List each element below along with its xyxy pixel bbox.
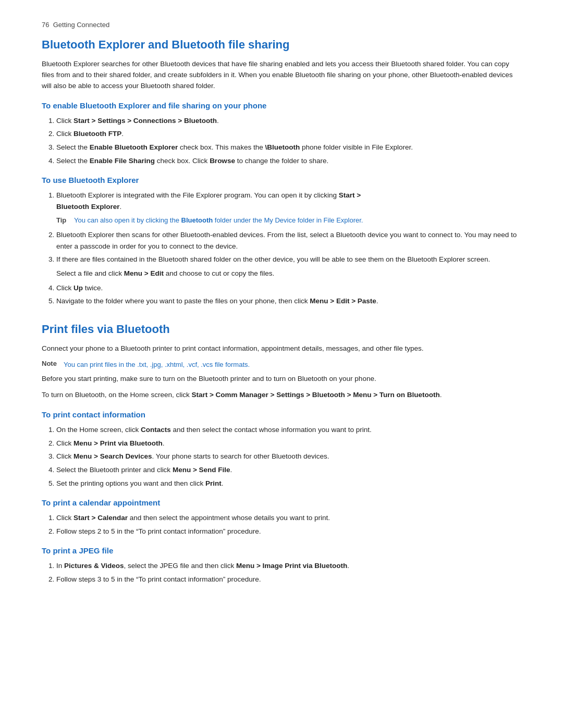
calendar-steps-list: Click Start > Calendar and then select t… [56, 512, 521, 537]
jpeg-step-1: In Pictures & Videos, select the JPEG fi… [56, 560, 521, 572]
contact-step-5: Set the printing options you want and th… [56, 478, 521, 489]
note-text: You can print files in the .txt, .jpg, .… [64, 360, 250, 370]
contact-steps-list: On the Home screen, click Contacts and t… [56, 424, 521, 489]
enable-steps-list: Click Start > Settings > Connections > B… [56, 115, 521, 166]
tip-text: You can also open it by clicking the Blu… [74, 215, 363, 226]
calendar-step-2: Follow steps 2 to 5 in the “To print con… [56, 526, 521, 537]
use-steps-list: Bluetooth Explorer is integrated with th… [56, 190, 521, 307]
note-label: Note [42, 360, 60, 367]
jpeg-step-2: Follow steps 3 to 5 in the “To print con… [56, 574, 521, 585]
pre-steps-text2: To turn on Bluetooth, on the Home screen… [42, 390, 521, 401]
enable-step-4: Select the Enable File Sharing check box… [56, 155, 521, 167]
enable-step-1: Click Start > Settings > Connections > B… [56, 115, 521, 127]
jpeg-steps-list: In Pictures & Videos, select the JPEG fi… [56, 560, 521, 585]
enable-step-3: Select the Enable Bluetooth Explorer che… [56, 142, 521, 153]
tip-label: Tip [56, 215, 71, 226]
use-step-3-extra: Select a file and click Menu > Edit and … [56, 268, 521, 279]
subsection-enable-title: To enable Bluetooth Explorer and file sh… [42, 101, 521, 110]
subsection-contact-title: To print contact information [42, 410, 521, 419]
subsection-use-title: To use Bluetooth Explorer [42, 176, 521, 184]
use-step-4: Click Up twice. [56, 282, 521, 294]
contact-step-2: Click Menu > Print via Bluetooth. [56, 438, 521, 449]
note-box: Note You can print files in the .txt, .j… [42, 360, 521, 370]
use-step-3: If there are files contained in the Blue… [56, 254, 521, 279]
use-step-1: Bluetooth Explorer is integrated with th… [56, 190, 521, 226]
page-number: 76 Getting Connected [42, 21, 521, 29]
tip-box: Tip You can also open it by clicking the… [56, 215, 521, 226]
enable-step-2: Click Bluetooth FTP. [56, 128, 521, 140]
contact-step-4: Select the Bluetooth printer and click M… [56, 464, 521, 476]
subsection-jpeg-title: To print a JPEG file [42, 546, 521, 555]
section2-title: Print files via Bluetooth [42, 323, 521, 336]
subsection-calendar-title: To print a calendar appointment [42, 498, 521, 507]
section2-intro: Connect your phone to a Bluetooth printe… [42, 343, 521, 354]
pre-steps-text1: Before you start printing, make sure to … [42, 374, 521, 385]
use-step-5: Navigate to the folder where you want to… [56, 295, 521, 307]
contact-step-1: On the Home screen, click Contacts and t… [56, 424, 521, 436]
use-step-2: Bluetooth Explorer then scans for other … [56, 229, 521, 252]
section1-title: Bluetooth Explorer and Bluetooth file sh… [42, 38, 521, 52]
calendar-step-1: Click Start > Calendar and then select t… [56, 512, 521, 524]
section1-intro: Bluetooth Explorer searches for other Bl… [42, 59, 521, 92]
contact-step-3: Click Menu > Search Devices. Your phone … [56, 451, 521, 462]
